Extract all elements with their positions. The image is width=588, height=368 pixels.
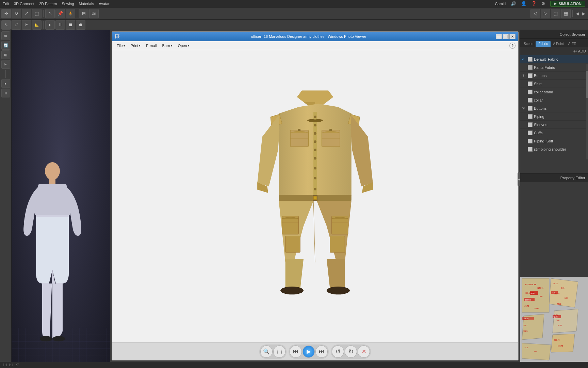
fabric-tabs-row: Scene Fabric A Point A-Eff [520, 39, 588, 47]
tool-move[interactable]: ✛ [1, 9, 11, 18]
fabric-item-default[interactable]: ✓ Default_Fabric [520, 55, 588, 63]
fabric-item-cuffs[interactable]: Cuffs [520, 129, 588, 137]
lv-tool-2[interactable]: 🔄 [1, 41, 10, 50]
tool-mannequin[interactable]: 🧍 [66, 9, 75, 18]
lv-tool-5[interactable]: ⏵ [1, 79, 10, 88]
tool-u[interactable]: Un [89, 9, 99, 18]
tool-r1[interactable]: ◁ [530, 9, 540, 18]
pv-help-btn[interactable]: ? [509, 43, 516, 49]
svg-text:0.00: 0.00 [556, 319, 559, 321]
pv-menu-burn[interactable]: Burn ▾ [160, 43, 175, 48]
lv-tool-3[interactable]: ⊞ [1, 50, 10, 59]
menu-avatar[interactable]: Avatar [99, 2, 110, 6]
win-minimize[interactable]: — [496, 34, 502, 39]
svg-text:380.46: 380.46 [534, 307, 539, 309]
fabric-item-buttons-1[interactable]: 👁 Buttons [520, 72, 588, 80]
tool2-c[interactable]: ✂ [22, 20, 31, 30]
zoom-button[interactable]: 🔍 [260, 346, 273, 358]
lv-tool-1[interactable]: ⊕ [1, 31, 10, 40]
fabric-swatch-collar [528, 98, 533, 103]
tool-pin[interactable]: 📌 [55, 9, 65, 18]
slideshow-button[interactable]: ▶ [303, 346, 315, 358]
top-menubar: Edit 3D Garment 2D Pattern Sewing Materi… [0, 0, 588, 7]
delete-button[interactable]: ✕ [358, 346, 370, 358]
tool2-h[interactable]: ⏺ [76, 20, 85, 30]
tool-select[interactable]: ⬚ [32, 9, 42, 18]
menu-edit[interactable]: Edit [3, 2, 9, 6]
fabric-item-buttons-2[interactable]: 👁 Buttons [520, 104, 588, 112]
lv-tool-6[interactable]: ⏸ [1, 89, 10, 97]
svg-point-14 [314, 149, 316, 151]
fabric-list-scrollbar[interactable] [586, 64, 588, 159]
tool2-g[interactable]: ⏹ [66, 20, 75, 30]
right-panel-collapse-handle[interactable]: ◀ [518, 172, 520, 186]
menu-3d-garment[interactable]: 3D Garment [14, 2, 34, 6]
tab-apoint[interactable]: A Point [551, 41, 566, 47]
win-close[interactable]: ✕ [509, 34, 516, 39]
fabric-item-shirt[interactable]: Shirt [520, 80, 588, 88]
eye-icon-buttons2: 👁 [522, 106, 526, 110]
fit-button[interactable]: ⬚ [273, 346, 285, 358]
tool-r4[interactable]: ▦ [561, 9, 571, 18]
svg-text:42.22: 42.22 [553, 316, 558, 318]
tool2-e[interactable]: ⏵ [45, 20, 55, 30]
tool-scale[interactable]: ⤢ [22, 9, 31, 18]
fabric-item-sleeves[interactable]: Sleeves [520, 121, 588, 129]
open-chevron-icon: ▾ [188, 44, 190, 47]
tool-r3[interactable]: ⬚ [551, 9, 560, 18]
eye-icon-buttons1: 👁 [522, 74, 526, 78]
tab-aeff[interactable]: A-Eff [566, 41, 578, 47]
tool2-d[interactable]: 📐 [32, 20, 42, 30]
pattern-view[interactable]: 97.19.70.48 1250.01 108.138.87 0.00 2.03… [520, 277, 588, 362]
undo-button[interactable]: ↺ [332, 346, 344, 358]
right-panel-collapse[interactable]: ◀ [574, 11, 580, 16]
simulation-button[interactable]: ▶ SIMULATION [550, 1, 585, 7]
menu-materials[interactable]: Materials [79, 2, 94, 6]
tool-arrow[interactable]: ↖ [45, 9, 55, 18]
svg-text:199.70: 199.70 [524, 305, 529, 307]
menu-2d-pattern[interactable]: 2D Pattern [39, 2, 57, 6]
svg-point-1 [45, 162, 60, 180]
photo-viewer-image-area[interactable] [112, 50, 518, 342]
redo-button[interactable]: ↻ [345, 346, 357, 358]
help-icon[interactable]: ❓ [531, 1, 537, 6]
menu-sewing[interactable]: Sewing [62, 2, 74, 6]
zoom-group: 🔍 ⬚ [259, 344, 287, 359]
user-icon[interactable]: 👤 [521, 1, 526, 6]
next-button[interactable]: ⏭ [315, 346, 328, 358]
speaker-icon[interactable]: 🔊 [511, 1, 516, 6]
fabric-item-stiff-piping[interactable]: stiff piping shoulder [520, 145, 588, 153]
status-text: 1:1 1:1 1:7 [3, 363, 19, 367]
3d-viewport[interactable] [12, 30, 110, 362]
win-restore[interactable]: ⬜ [503, 34, 509, 39]
tool-grid[interactable]: ⊞ [79, 9, 88, 18]
tool2-b[interactable]: 🖊 [12, 20, 21, 30]
fabric-item-piping-soft[interactable]: Piping_Soft [520, 137, 588, 145]
lv-tool-4[interactable]: ✂ [1, 60, 10, 69]
pv-menu-file[interactable]: File ▾ [115, 43, 127, 48]
scrollbar-thumb[interactable] [586, 71, 588, 98]
fabric-item-piping[interactable]: Piping [520, 112, 588, 121]
fabric-item-collar-stand[interactable]: collar stand [520, 88, 588, 96]
tool-r2[interactable]: ▷ [541, 9, 550, 18]
fabric-swatch-buttons2 [528, 106, 533, 111]
settings-icon[interactable]: ⚙ [541, 1, 545, 6]
left-toolbar: ⊕ 🔄 ⊞ ✂ ⏵ ⏸ [0, 30, 12, 362]
pattern-pieces-svg: 97.19.70.48 1250.01 108.138.87 0.00 2.03… [520, 277, 588, 362]
pv-menu-open[interactable]: Open ▾ [176, 43, 192, 48]
prev-button[interactable]: ⏮ [290, 346, 302, 358]
add-fabric-button[interactable]: + + ADD [573, 49, 586, 54]
tool2-f[interactable]: ⏸ [55, 20, 65, 30]
right-panel: ◀ Object Browser Scene Fabric A Point A-… [520, 30, 588, 362]
tab-scene[interactable]: Scene [522, 41, 535, 47]
svg-rect-25 [330, 236, 345, 252]
tab-fabric[interactable]: Fabric [536, 41, 551, 47]
fabric-name-collar: collar [534, 98, 587, 102]
tool-rotate[interactable]: ↺ [12, 9, 21, 18]
tool2-select[interactable]: ↖ [1, 20, 11, 30]
right-panel-expand[interactable]: ▶ [581, 11, 587, 16]
pv-menu-print[interactable]: Print ▾ [129, 43, 143, 48]
fabric-item-pants[interactable]: Pants Fabric [520, 63, 588, 72]
fabric-item-collar[interactable]: collar [520, 96, 588, 104]
pv-menu-email[interactable]: E-mail [144, 43, 159, 48]
